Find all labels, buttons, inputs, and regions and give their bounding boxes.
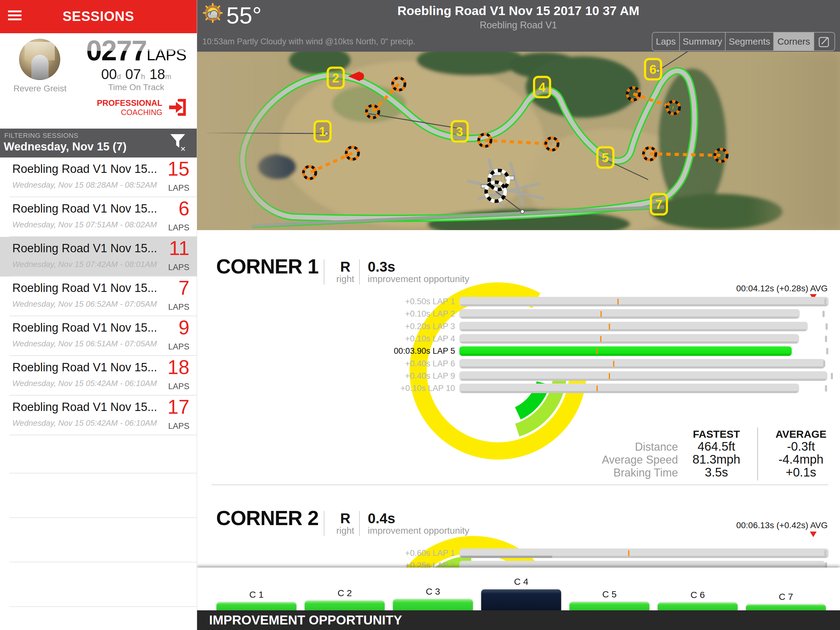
corner2-direction: R — [332, 510, 359, 527]
lap-label: +0.50s LAP 1 — [351, 297, 455, 306]
tab-summary[interactable]: Summary — [680, 33, 726, 51]
lap-bar-track — [459, 347, 829, 356]
lap-tick-marker — [609, 373, 610, 379]
corner-compare-item[interactable]: C 7 — [746, 592, 826, 610]
session-list-item[interactable]: Roebling Road V1 Nov 15...Wednesday, Nov… — [0, 277, 197, 316]
corner-marker-5[interactable]: 5 — [597, 147, 613, 168]
lap-bar — [459, 359, 825, 369]
profile-name: Revere Greist — [6, 84, 74, 93]
lap-row[interactable]: +0.60s LAP 1 — [351, 548, 830, 558]
session-list-item[interactable]: Roebling Road V1 Nov 15...Wednesday, Nov… — [0, 356, 197, 396]
lap-tick-marker — [597, 385, 598, 391]
lap-bar — [459, 548, 829, 558]
stat-label: Braking Time — [573, 466, 678, 479]
session-item-title: Roebling Road V1 Nov 15... — [12, 282, 157, 295]
session-header: 55° Roebling Road V1 Nov 15 2017 10 37 A… — [197, 0, 840, 52]
svg-text:2: 2 — [332, 71, 339, 85]
session-item-time: Wednesday, Nov 15 06:52AM - 07:05AM — [12, 299, 157, 309]
session-item-lap-count: 18 — [167, 356, 189, 379]
tab-corners[interactable]: Corners — [774, 33, 814, 51]
lap-label: +0.10s LAP 2 — [351, 309, 455, 319]
improvement-opportunity-title: IMPROVEMENT OPPORTUNITY — [209, 613, 402, 628]
corner-compare-item[interactable]: C 2 — [305, 588, 385, 610]
lap-row[interactable]: +0.10s LAP 4 — [351, 334, 830, 343]
lap-bar-track — [459, 322, 829, 331]
corner-compare-item[interactable]: C 5 — [569, 589, 649, 610]
filter-bar: FILTERING SESSIONS Wednesday, Nov 15 (7)… — [0, 128, 197, 157]
lap-row[interactable]: 00:03.90s LAP 5 — [351, 347, 830, 356]
edit-icon[interactable] — [814, 33, 834, 51]
lap-bar-track — [459, 309, 829, 319]
lap-label: 00:03.90s LAP 5 — [351, 347, 455, 356]
corner2-direction-label: right — [332, 526, 359, 536]
divider — [324, 511, 324, 536]
lap-row[interactable]: +0.40s LAP 9 — [351, 371, 830, 381]
session-item-lap-count: 7 — [178, 277, 189, 299]
session-item-lap-count: 17 — [167, 396, 189, 418]
session-item-lap-count: 11 — [169, 237, 189, 260]
lap-label: +0.10s LAP 10 — [351, 384, 455, 393]
session-item-laps-label: LAPS — [168, 302, 189, 312]
corner-compare-item[interactable]: C 4 — [481, 576, 561, 610]
corner-marker-4[interactable]: 4 — [534, 77, 550, 97]
time-on-track: 00d07h18m — [79, 66, 193, 82]
session-list-item[interactable]: Roebling Road V1 Nov 15...Wednesday, Nov… — [0, 197, 197, 237]
session-list-item[interactable]: Roebling Road V1 Nov 15...Wednesday, Nov… — [0, 316, 197, 356]
corner-marker-7[interactable]: 7 — [651, 194, 667, 214]
lap-row[interactable]: +0.40s LAP 6 — [351, 359, 830, 369]
corner-comparison-chart: C 1C 2C 3C 4C 5C 6C 7 — [216, 568, 834, 610]
days-value: 00 — [101, 66, 117, 82]
corner-compare-label: C 1 — [249, 589, 264, 600]
tab-laps[interactable]: Laps — [652, 33, 680, 51]
hours-value: 07 — [125, 66, 141, 82]
lap-bar-track — [459, 548, 829, 558]
session-item-time: Wednesday, Nov 15 06:51AM - 07:05AM — [12, 339, 157, 348]
corner-compare-item[interactable]: C 3 — [393, 586, 473, 610]
fastest-header: FASTEST — [676, 428, 756, 440]
lap-row[interactable]: +0.10s LAP 10 — [351, 384, 830, 393]
session-list-item[interactable]: Roebling Road V1 Nov 15...Wednesday, Nov… — [0, 157, 197, 197]
stat-fastest-value: 81.3mph — [676, 453, 756, 466]
corner-marker-2[interactable]: 2 — [328, 68, 344, 88]
total-laps-unit: LAPS — [147, 46, 186, 64]
filter-label: FILTERING SESSIONS — [4, 131, 78, 140]
lap-label: +0.40s LAP 9 — [351, 371, 455, 381]
lap-row[interactable]: +0.20s LAP 3 — [351, 322, 830, 331]
session-item-lap-count: 15 — [167, 157, 189, 180]
corner2-title: CORNER 2 — [216, 507, 319, 530]
total-laps: 0277LAPS — [79, 35, 193, 67]
lap-bar — [459, 371, 827, 381]
coaching-arrow-icon[interactable] — [168, 97, 188, 117]
corner-marker-6[interactable]: 6 — [645, 59, 661, 79]
stat-average-value: -4.4mph — [761, 453, 840, 466]
track-map[interactable]: 1 2 3 4 5 6 7 — [197, 52, 840, 230]
professional-coaching-link[interactable]: PROFESSIONAL COACHING — [97, 98, 163, 117]
corner-compare-item[interactable]: C 6 — [658, 590, 737, 610]
lap-row[interactable]: +0.50s LAP 1 — [351, 297, 830, 306]
weather-conditions: 10:53am Partly Cloudy with wind @10kts N… — [202, 37, 415, 46]
filter-clear-icon[interactable]: ✕ — [169, 133, 186, 153]
lap-row[interactable]: +0.10s LAP 2 — [351, 309, 830, 319]
lap-bar — [459, 334, 799, 343]
stat-average-value: +0.1s — [761, 465, 840, 479]
corner-compare-bar — [569, 602, 649, 610]
avatar[interactable] — [19, 39, 60, 80]
svg-text:✕: ✕ — [180, 145, 186, 153]
corner-marker-1[interactable]: 1 — [314, 121, 330, 141]
list-divider — [9, 473, 197, 473]
corner-compare-bar — [658, 603, 737, 610]
session-item-time: Wednesday, Nov 15 05:42AM - 06:10AM — [12, 379, 157, 388]
corner-marker-3[interactable]: 3 — [452, 121, 467, 141]
lap-label: +0.60s LAP 1 — [351, 548, 455, 558]
session-list-item[interactable]: Roebling Road V1 Nov 15...Wednesday, Nov… — [0, 237, 197, 277]
session-list: Roebling Road V1 Nov 15...Wednesday, Nov… — [0, 157, 197, 435]
corner-compare-item[interactable]: C 1 — [216, 589, 297, 610]
corner-compare-label: C 2 — [338, 588, 352, 598]
svg-text:1: 1 — [319, 124, 326, 139]
session-item-title: Roebling Road V1 Nov 15... — [12, 242, 157, 255]
coaching-line1: PROFESSIONAL — [97, 98, 163, 108]
lap-tick-marker — [628, 550, 629, 556]
tab-segments[interactable]: Segments — [726, 33, 774, 51]
session-list-item[interactable]: Roebling Road V1 Nov 15...Wednesday, Nov… — [0, 396, 197, 435]
improvement-opportunity-bar[interactable]: IMPROVEMENT OPPORTUNITY — [197, 610, 840, 630]
